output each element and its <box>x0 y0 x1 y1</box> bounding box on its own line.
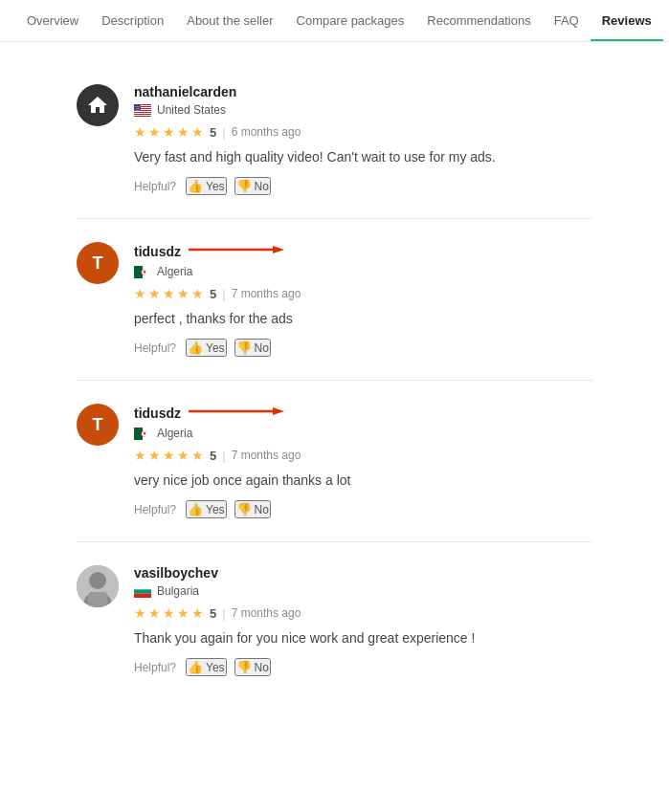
star-3: ★ <box>163 286 175 301</box>
table-row: vasilboychev Bulgaria ★ ★ ★ ★ ★ <box>77 542 592 699</box>
nav-about-seller[interactable]: About the seller <box>175 0 284 41</box>
avatar: T <box>77 242 119 284</box>
helpful-yes-button[interactable]: 👍 Yes <box>186 339 227 357</box>
star-3: ★ <box>163 448 175 463</box>
stars: ★ ★ ★ ★ ★ <box>134 605 204 621</box>
helpful-no-button[interactable]: 👎 No <box>234 339 271 357</box>
star-5: ★ <box>191 124 204 140</box>
helpful-no-button[interactable]: 👎 No <box>234 500 271 518</box>
review-body: tidusdz Algeria <box>134 242 592 357</box>
flag-icon <box>134 428 151 440</box>
svg-rect-28 <box>88 592 107 607</box>
stars: ★ ★ ★ ★ ★ <box>134 448 204 463</box>
helpful-label: Helpful? <box>134 661 176 674</box>
arrow-icon <box>189 404 284 419</box>
time-ago: 7 months ago <box>232 449 301 462</box>
country-row: ★★★ ★★ ★★★ United States <box>134 103 592 117</box>
helpful-yes-button[interactable]: 👍 Yes <box>186 658 227 676</box>
star-5: ★ <box>191 448 204 463</box>
country-row: Algeria <box>134 265 592 278</box>
avatar: T <box>77 404 119 446</box>
thumbs-down-icon: 👎 <box>236 340 252 355</box>
star-1: ★ <box>134 605 146 621</box>
yes-label: Yes <box>206 661 225 674</box>
thumbs-up-icon: 👍 <box>188 660 203 674</box>
avatar-letter: T <box>93 253 103 274</box>
table-row: T tidusdz <box>77 381 592 542</box>
country-row: Bulgaria <box>134 584 592 598</box>
rating-divider: | <box>222 287 225 301</box>
reviewer-name-row: tidusdz <box>134 404 592 423</box>
reviewer-name-row: tidusdz <box>134 242 592 261</box>
yes-label: Yes <box>206 180 225 193</box>
nav-recommendations[interactable]: Recommendations <box>415 0 542 41</box>
navigation-bar: Overview Description About the seller Co… <box>0 0 669 42</box>
country-row: Algeria <box>134 427 592 440</box>
star-4: ★ <box>177 124 190 140</box>
review-text: perfect , thanks for the ads <box>134 309 592 329</box>
avatar-letter: T <box>93 415 103 435</box>
thumbs-down-icon: 👎 <box>236 660 252 674</box>
helpful-no-button[interactable]: 👎 No <box>234 658 271 676</box>
no-label: No <box>255 661 269 674</box>
rating-divider: | <box>222 449 225 463</box>
star-5: ★ <box>191 286 204 301</box>
rating-divider: | <box>222 125 225 140</box>
review-text: Very fast and high quality video! Can't … <box>134 147 592 167</box>
rating-row: ★ ★ ★ ★ ★ 5 | 7 months ago <box>134 605 592 621</box>
helpful-label: Helpful? <box>134 180 176 193</box>
nav-faq[interactable]: FAQ <box>543 0 591 41</box>
time-ago: 6 months ago <box>232 125 301 139</box>
no-label: No <box>255 180 269 193</box>
avatar-photo <box>77 565 119 607</box>
reviewer-name: vasilboychev <box>134 565 218 581</box>
nav-compare-packages[interactable]: Compare packages <box>285 0 416 41</box>
star-2: ★ <box>148 605 161 621</box>
yes-label: Yes <box>206 341 225 355</box>
nav-overview[interactable]: Overview <box>15 0 90 41</box>
rating-number: 5 <box>210 287 216 301</box>
time-ago: 7 months ago <box>232 287 301 300</box>
thumbs-up-icon: 👍 <box>188 502 203 516</box>
reviewer-name: tidusdz <box>134 244 181 259</box>
helpful-yes-button[interactable]: 👍 Yes <box>186 177 227 195</box>
star-3: ★ <box>163 124 175 140</box>
review-body: tidusdz Algeria <box>134 404 592 518</box>
helpful-label: Helpful? <box>134 503 176 516</box>
helpful-label: Helpful? <box>134 341 176 355</box>
helpful-row: Helpful? 👍 Yes 👎 No <box>134 500 592 518</box>
nav-reviews[interactable]: Reviews <box>591 0 663 41</box>
time-ago: 7 months ago <box>232 606 301 620</box>
table-row: nathanielcarden ★★★ ★★ ★★★ <box>77 61 592 219</box>
reviewer-name: tidusdz <box>134 406 181 421</box>
country-name: Algeria <box>157 427 192 440</box>
rating-divider: | <box>222 606 225 621</box>
country-name: Algeria <box>157 265 192 278</box>
helpful-yes-button[interactable]: 👍 Yes <box>186 500 227 518</box>
flag-icon <box>134 585 151 598</box>
svg-rect-31 <box>134 593 151 597</box>
star-4: ★ <box>177 605 190 621</box>
review-body: vasilboychev Bulgaria ★ ★ ★ ★ ★ <box>134 565 592 676</box>
star-1: ★ <box>134 124 146 140</box>
thumbs-down-icon: 👎 <box>236 179 252 193</box>
star-2: ★ <box>148 448 161 463</box>
rating-row: ★ ★ ★ ★ ★ 5 | 7 months ago <box>134 286 592 301</box>
thumbs-up-icon: 👍 <box>188 340 203 355</box>
nav-description[interactable]: Description <box>90 0 175 41</box>
svg-marker-19 <box>273 407 284 415</box>
helpful-no-button[interactable]: 👎 No <box>234 177 271 195</box>
star-5: ★ <box>191 605 204 621</box>
svg-rect-30 <box>134 589 151 593</box>
thumbs-down-icon: 👎 <box>236 502 252 516</box>
table-row: T tidusdz <box>77 219 592 381</box>
avatar <box>77 84 119 126</box>
helpful-row: Helpful? 👍 Yes 👎 No <box>134 658 592 676</box>
star-2: ★ <box>148 286 161 301</box>
star-4: ★ <box>177 448 190 463</box>
arrow-icon <box>189 242 284 257</box>
flag-icon <box>134 266 151 278</box>
star-3: ★ <box>163 605 175 621</box>
star-4: ★ <box>177 286 190 301</box>
review-text: Thank you again for you nice work and gr… <box>134 628 592 648</box>
